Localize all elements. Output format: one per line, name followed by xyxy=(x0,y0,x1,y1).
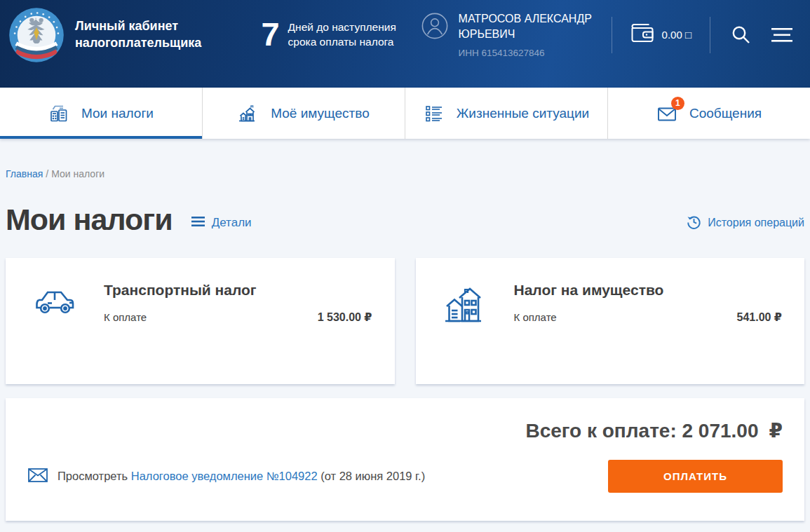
tax-notice-line: Просмотреть Налоговое уведомление №10492… xyxy=(28,468,425,485)
main-navigation: Мои налоги Моё имущество xyxy=(0,88,810,139)
tab-my-taxes[interactable]: Мои налоги xyxy=(0,88,203,139)
payment-deadline-counter: 7 Дней до наступления срока оплаты налог… xyxy=(261,19,421,50)
mail-icon xyxy=(28,468,48,485)
breadcrumb-separator: / xyxy=(46,168,48,179)
tax-cards-row: Транспортный налог К оплате 1 530.00 ₽ xyxy=(6,258,804,384)
due-amount: 541.00 ₽ xyxy=(736,311,782,324)
total-due: Всего к оплате: 2 071.00₽ xyxy=(28,419,783,442)
details-icon xyxy=(191,216,205,230)
deadline-days-text: Дней до наступления срока оплаты налога xyxy=(288,19,421,49)
search-icon xyxy=(731,25,750,44)
menu-button[interactable] xyxy=(771,27,792,43)
situations-tab-icon xyxy=(424,103,445,124)
app-title: Личный кабинет налогоплательщика xyxy=(75,18,217,51)
user-account[interactable]: МАТРОСОВ АЛЕКСАНДР ЮРЬЕВИЧ ИНН 615413627… xyxy=(421,11,612,58)
messages-tab-icon: 1 xyxy=(656,103,677,124)
user-inn: ИНН 615413627846 xyxy=(459,48,612,58)
details-label: Детали xyxy=(212,216,252,230)
search-button[interactable] xyxy=(731,25,750,44)
notice-date-text: (от 28 июня 2019 г.) xyxy=(320,470,425,482)
deadline-days-number: 7 xyxy=(261,19,279,50)
page-content: Главная/Мои налоги Мои налоги Детали xyxy=(0,139,810,521)
due-amount: 1 530.00 ₽ xyxy=(318,311,372,324)
breadcrumb-home-link[interactable]: Главная xyxy=(6,168,43,179)
payment-summary-card: Всего к оплате: 2 071.00₽ Просмотреть На… xyxy=(6,398,804,521)
wallet-balance: 0.00 □ xyxy=(662,29,691,41)
houses-icon xyxy=(444,286,489,384)
total-due-currency: ₽ xyxy=(769,420,783,442)
wallet-icon xyxy=(630,23,654,46)
history-icon xyxy=(687,214,701,232)
breadcrumb: Главная/Мои налоги xyxy=(6,139,804,179)
card-title: Налог на имущество xyxy=(514,282,783,299)
tab-label: Жизненные ситуации xyxy=(457,106,589,121)
user-name: МАТРОСОВ АЛЕКСАНДР ЮРЬЕВИЧ xyxy=(459,11,612,41)
tab-label: Сообщения xyxy=(689,106,762,121)
taxes-tab-icon xyxy=(48,103,69,124)
tab-messages[interactable]: 1 Сообщения xyxy=(608,88,810,139)
fns-logo-icon[interactable] xyxy=(8,7,65,63)
messages-badge: 1 xyxy=(671,97,684,110)
history-link[interactable]: История операций xyxy=(687,214,804,232)
tab-label: Моё имущество xyxy=(271,106,369,121)
transport-tax-card[interactable]: Транспортный налог К оплате 1 530.00 ₽ xyxy=(6,258,395,384)
menu-icon xyxy=(771,27,792,43)
user-avatar-icon xyxy=(421,13,448,39)
wallet-button[interactable]: 0.00 □ xyxy=(630,23,691,46)
card-title: Транспортный налог xyxy=(104,282,372,299)
pay-button[interactable]: ОПЛАТИТЬ xyxy=(608,460,783,493)
tab-my-property[interactable]: Моё имущество xyxy=(203,88,405,139)
tab-life-situations[interactable]: Жизненные ситуации xyxy=(405,88,608,139)
property-tax-card[interactable]: Налог на имущество К оплате 541.00 ₽ xyxy=(416,258,805,384)
total-due-label: Всего к оплате: 2 071.00 xyxy=(525,420,758,442)
header-divider xyxy=(710,17,710,53)
header-divider xyxy=(612,17,612,53)
notice-view-text: Просмотреть xyxy=(58,470,128,482)
breadcrumb-current: Мои налоги xyxy=(51,168,104,179)
history-label: История операций xyxy=(708,217,804,229)
page-title: Мои налоги xyxy=(6,205,173,235)
car-icon xyxy=(34,286,79,384)
details-link[interactable]: Детали xyxy=(191,216,252,230)
due-label: К оплате xyxy=(514,311,557,323)
app-header: Личный кабинет налогоплательщика 7 Дней … xyxy=(0,0,810,88)
tab-label: Мои налоги xyxy=(81,106,154,121)
property-tab-icon xyxy=(238,103,259,124)
tax-notice-link[interactable]: Налоговое уведомление №104922 xyxy=(131,470,318,482)
due-label: К оплате xyxy=(104,311,147,323)
